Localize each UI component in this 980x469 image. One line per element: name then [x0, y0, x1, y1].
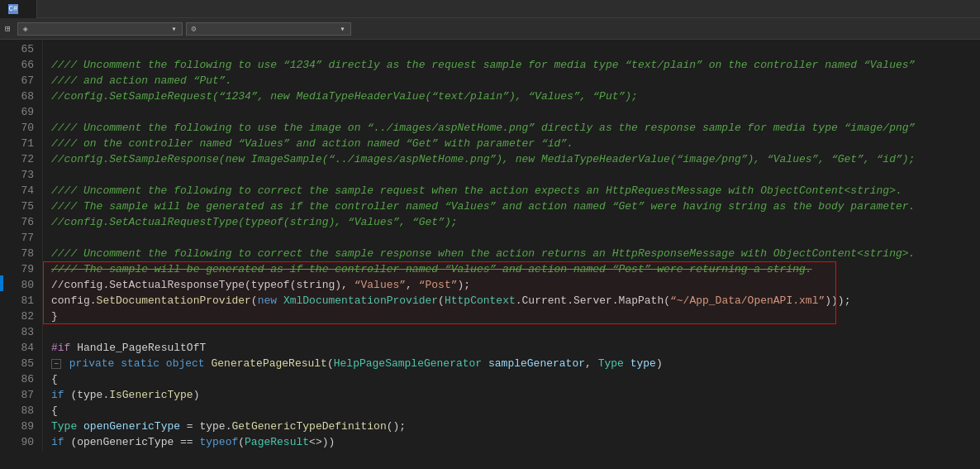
line-numbers: 6566676869707172737475767778798081828384…: [3, 40, 43, 451]
code-line-69: [51, 104, 980, 120]
method-dropdown-arrow-icon: ▾: [340, 24, 345, 34]
code-line-88: {: [51, 403, 980, 419]
dropdown-arrow-icon: ▾: [172, 24, 177, 34]
code-line-76: //config.SetActualRequestType(typeof(str…: [51, 214, 980, 230]
code-line-80: //config.SetActualResponseType(typeof(st…: [51, 277, 980, 293]
code-line-72: //config.SetSampleResponse(new ImageSamp…: [51, 151, 980, 167]
code-line-87: if (type.IsGenericType): [51, 387, 980, 403]
code-line-82: }: [51, 309, 980, 324]
code-line-65: [51, 41, 980, 57]
code-line-81: config.SetDocumentationProvider(new XmlD…: [51, 293, 980, 309]
method-icon: ⚙: [192, 24, 197, 34]
code-line-71: //// on the controller named “Values” an…: [51, 136, 980, 151]
fold-icon[interactable]: −: [51, 359, 61, 369]
code-line-91: {: [51, 450, 980, 451]
active-tab[interactable]: C#: [0, 0, 37, 18]
nav-method-dropdown[interactable]: ⚙ ▾: [186, 22, 351, 36]
code-line-78: //// Uncomment the following to correct …: [51, 246, 980, 261]
code-line-89: Type openGenericType = type.GetGenericTy…: [51, 419, 980, 434]
grid-icon: ⊞: [5, 23, 11, 34]
code-content[interactable]: //// Uncomment the following to use “123…: [43, 40, 980, 451]
code-line-74: //// Uncomment the following to correct …: [51, 183, 980, 199]
code-line-84: #if Handle_PageResultOfT: [51, 340, 980, 356]
code-line-86: {: [51, 371, 980, 387]
title-bar: C#: [0, 0, 980, 18]
code-line-67: //// and action named “Put”.: [51, 73, 980, 89]
cs-file-icon: C#: [8, 4, 18, 14]
namespace-icon: ◈: [23, 24, 28, 34]
code-line-66: //// Uncomment the following to use “123…: [51, 57, 980, 73]
code-line-90: if (openGenericType == typeof(PageResult…: [51, 434, 980, 450]
code-line-85: − private static object GeneratePageResu…: [51, 356, 980, 371]
code-line-73: [51, 167, 980, 183]
code-line-79: //// The sample will be generated as if …: [51, 261, 980, 277]
code-line-83: [51, 324, 980, 340]
code-line-68: //config.SetSampleRequest(“1234”, new Me…: [51, 89, 980, 104]
code-editor: 6566676869707172737475767778798081828384…: [0, 40, 980, 451]
nav-path-dropdown[interactable]: ◈ ▾: [17, 22, 183, 36]
code-line-70: //// Uncomment the following to use the …: [51, 120, 980, 136]
code-line-75: //// The sample will be generated as if …: [51, 199, 980, 214]
code-line-77: [51, 230, 980, 246]
toolbar: ⊞ ◈ ▾ ⚙ ▾: [0, 18, 980, 40]
